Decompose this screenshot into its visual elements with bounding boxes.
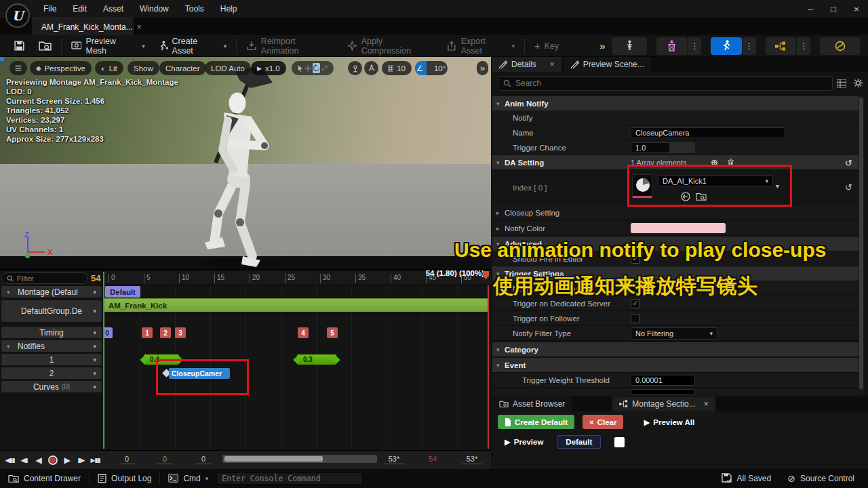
viewport-overflow-button[interactable]: » xyxy=(477,61,488,75)
content-drawer-button[interactable]: Content Drawer xyxy=(0,468,89,488)
source-control-button[interactable]: ⊘ Source Control xyxy=(779,468,863,488)
apply-compression-button[interactable]: Apply Compression xyxy=(340,35,440,57)
create-default-button[interactable]: Create Default xyxy=(498,415,574,429)
track-curves[interactable]: Curves(0)▾ xyxy=(1,381,102,392)
timing-marker-5[interactable]: 5 xyxy=(327,327,338,338)
track-notifies[interactable]: ▾Notifies▾ xyxy=(1,340,102,352)
current-time-value[interactable]: 0 xyxy=(157,455,173,464)
output-log-button[interactable]: Output Log xyxy=(90,468,159,488)
cmd-selector[interactable]: Cmd ▾ xyxy=(160,468,216,488)
track-montage[interactable]: ▾Montage (Defaul▾ xyxy=(1,286,102,298)
timeline-end-marker-icon[interactable] xyxy=(483,271,489,279)
trigger-weight-input[interactable]: 0.00001 xyxy=(631,375,695,386)
rotation-snap-button[interactable]: ∠ 10° xyxy=(415,61,448,75)
row-closeup-setting[interactable]: ▸Closeup Setting xyxy=(492,205,859,220)
lod-auto-button[interactable]: LOD Auto xyxy=(205,61,251,75)
section-default-chip[interactable]: Default xyxy=(105,286,140,298)
timing-marker-3[interactable]: 3 xyxy=(175,327,186,338)
name-input[interactable]: CloseupCamera xyxy=(631,127,785,138)
mode-animation-button[interactable] xyxy=(711,37,742,55)
tab-asset-browser[interactable]: Asset Browser xyxy=(492,396,572,411)
notify-filter-dropdown[interactable]: No Filtering ▾ xyxy=(631,327,717,340)
playhead-line[interactable] xyxy=(103,272,104,449)
menu-window[interactable]: Window xyxy=(132,0,177,18)
track-notify-1[interactable]: 1▾ xyxy=(1,354,102,365)
timeline-hscrollbar[interactable] xyxy=(222,455,377,463)
tab-montage-sections[interactable]: Montage Sectio... × xyxy=(612,396,715,411)
to-end-button[interactable]: ▶▮▮ xyxy=(88,453,102,468)
menu-tools[interactable]: Tools xyxy=(177,0,212,18)
details-scrollbar[interactable] xyxy=(859,96,864,394)
toolbar-overflow-button[interactable]: » xyxy=(593,35,612,57)
select-tool-icon[interactable] xyxy=(298,64,303,73)
play-reverse-button[interactable]: ◀ xyxy=(31,453,45,468)
section-anim-notify[interactable]: ▾Anim Notify xyxy=(492,96,859,111)
character-menu-button[interactable]: Character xyxy=(159,61,206,75)
timeline-filter-input[interactable]: Filter xyxy=(1,272,88,284)
current-frame-value[interactable]: 0 xyxy=(119,455,135,464)
perspective-button[interactable]: ◆ Perspective xyxy=(30,61,92,75)
coordinate-space-button[interactable] xyxy=(348,61,362,75)
partial-input[interactable] xyxy=(631,389,695,395)
mode-skeletal-mesh-options[interactable]: ⋮ xyxy=(688,37,701,55)
play-button[interactable]: ▶ xyxy=(60,453,74,468)
record-button[interactable] xyxy=(45,453,60,468)
add-key-button[interactable]: + Key xyxy=(528,35,566,57)
reset-to-default-icon[interactable]: ↺ xyxy=(845,182,852,192)
details-settings-gear-icon[interactable] xyxy=(853,78,863,88)
timeline-ruler[interactable]: 0 5 10 15 20 25 30 35 40 45 50 54 (1.80)… xyxy=(104,270,491,285)
trigger-chance-input[interactable]: 1.0 xyxy=(631,142,695,153)
mode-animation-options[interactable]: ⋮ xyxy=(743,37,756,55)
mode-skeleton-button[interactable] xyxy=(612,37,648,55)
tab-close-icon[interactable]: × xyxy=(704,399,709,409)
step-backward-button[interactable]: ◀▮ xyxy=(17,453,31,468)
tab-close-icon[interactable]: × xyxy=(137,22,142,32)
rotate-tool-icon[interactable] xyxy=(313,64,320,72)
to-front-button[interactable]: ◀▮▮ xyxy=(3,453,17,468)
tab-close-icon[interactable]: × xyxy=(550,60,555,69)
timing-marker-2[interactable]: 2 xyxy=(160,327,171,338)
reset-to-default-icon[interactable]: ↺ xyxy=(845,158,852,168)
timing-marker-4[interactable]: 4 xyxy=(298,327,309,338)
lit-mode-button[interactable]: ◐ Lit xyxy=(95,61,123,75)
mode-blend-graph-options[interactable]: ⋮ xyxy=(797,37,810,55)
console-command-input[interactable]: Enter Console Command xyxy=(216,472,363,485)
menu-asset[interactable]: Asset xyxy=(95,0,132,18)
display-filter-icon[interactable] xyxy=(837,79,846,88)
track-group[interactable]: DefaultGroup.De▾ xyxy=(1,300,102,322)
notify-color-swatch[interactable] xyxy=(631,223,726,233)
trigger-follower-checkbox[interactable] xyxy=(631,314,640,323)
timing-marker-1[interactable]: 1 xyxy=(142,327,153,338)
default-section-button[interactable]: Default xyxy=(557,435,601,449)
reimport-animation-button[interactable]: Reimport Animation xyxy=(239,35,340,57)
preview-mesh-button[interactable]: Preview Mesh ▾ xyxy=(64,35,152,57)
create-asset-button[interactable]: Create Asset ▾ xyxy=(152,35,233,57)
export-asset-button[interactable]: Export Asset ▾ xyxy=(440,35,521,57)
scale-tool-icon[interactable] xyxy=(322,64,328,72)
save-button[interactable] xyxy=(7,35,32,57)
browse-to-asset-button[interactable] xyxy=(32,35,58,57)
move-tool-icon[interactable] xyxy=(305,64,311,73)
all-saved-indicator[interactable]: All Saved xyxy=(713,468,780,488)
current-percent-value[interactable]: 0 xyxy=(195,455,212,464)
snap-button[interactable] xyxy=(364,61,378,75)
viewport-menu-button[interactable]: ☰ xyxy=(9,61,27,75)
section-event[interactable]: ▾Event xyxy=(492,358,859,373)
details-search-input[interactable]: Search xyxy=(498,76,833,91)
minimize-button[interactable]: – xyxy=(799,0,822,18)
track-timing[interactable]: Timing▾ xyxy=(1,327,102,338)
mode-physics-button[interactable] xyxy=(820,37,860,55)
step-forward-button[interactable]: ▮▶ xyxy=(74,453,88,468)
3d-viewport[interactable]: ☰ ◆ Perspective ◐ Lit Show Character LOD… xyxy=(0,57,491,269)
clear-button[interactable]: × Clear xyxy=(583,415,624,429)
preview-all-button[interactable]: ▶ Preview All xyxy=(644,418,694,427)
hscrollbar-thumb[interactable] xyxy=(224,456,323,462)
preview-button[interactable]: ▶ Preview xyxy=(505,437,543,447)
tab-montage-asset[interactable]: AM_Frank_Kick_Monta... × xyxy=(32,18,134,35)
notify-state-2[interactable]: 0.3 xyxy=(297,354,336,365)
montage-slot-bar[interactable]: AM_Frank_Kick xyxy=(104,298,488,312)
section-checkbox[interactable] xyxy=(614,437,625,447)
track-notify-2[interactable]: 2▾ xyxy=(1,367,102,379)
section-category[interactable]: ▾Category xyxy=(492,342,859,357)
maximize-button[interactable]: □ xyxy=(822,0,845,18)
